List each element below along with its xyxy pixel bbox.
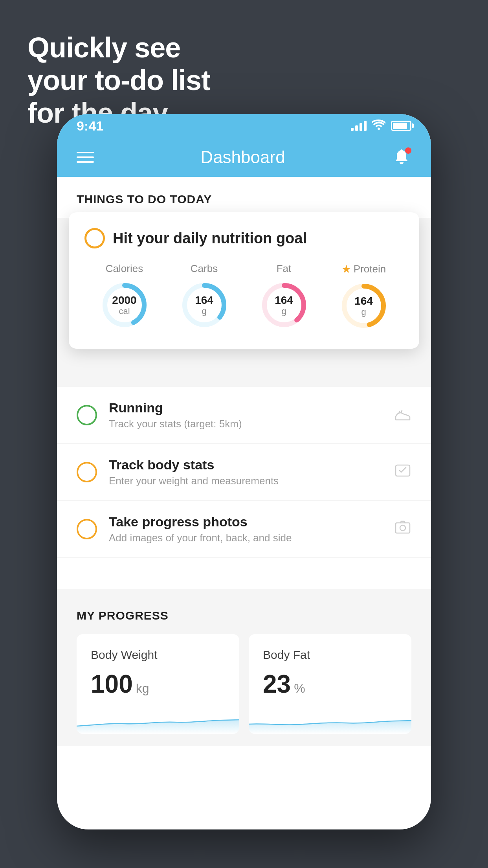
donut-center-fat: 164 g — [275, 294, 293, 316]
donut-center-carbs: 164 g — [195, 294, 213, 316]
todo-circle-running — [77, 405, 97, 425]
hamburger-line — [77, 156, 94, 158]
nutrition-item-carbs: Carbs 164 g — [179, 263, 230, 331]
section-header: THINGS TO DO TODAY — [57, 177, 431, 218]
phone-frame: 9:41 Dashboard — [57, 114, 431, 829]
nutrition-item-calories: Calories 2000 cal — [99, 263, 150, 331]
progress-value-row-weight: 100 kg — [91, 669, 225, 699]
hero-line2: your to-do list — [28, 64, 210, 97]
svg-point-10 — [400, 525, 405, 531]
progress-value-row-fat: 23 % — [263, 669, 397, 699]
svg-rect-9 — [396, 523, 410, 533]
todo-item-body-stats[interactable]: Track body stats Enter your weight and m… — [57, 444, 431, 501]
spacer — [57, 558, 431, 589]
hamburger-line — [77, 161, 94, 163]
menu-button[interactable] — [77, 152, 94, 163]
progress-section-title: MY PROGRESS — [77, 609, 411, 622]
nutrition-item-protein: ★ Protein 164 g — [338, 263, 389, 331]
main-content: THINGS TO DO TODAY Hit your daily nutrit… — [57, 177, 431, 746]
todo-text-photos: Take progress photos Add images of your … — [109, 514, 382, 544]
donut-carbs: 164 g — [179, 280, 230, 331]
progress-value-fat: 23 — [263, 669, 291, 699]
app-header: Dashboard — [57, 138, 431, 177]
todo-item-photos[interactable]: Take progress photos Add images of your … — [57, 501, 431, 558]
todo-title-running: Running — [109, 400, 382, 416]
section-title: THINGS TO DO TODAY — [77, 193, 411, 206]
hero-line1: Quickly see — [28, 31, 210, 64]
nutrition-card-header: Hit your daily nutrition goal — [84, 228, 404, 248]
progress-card-title-fat: Body Fat — [263, 648, 397, 662]
signal-icon — [351, 121, 367, 131]
todo-title-body-stats: Track body stats — [109, 457, 382, 473]
nutrition-card: Hit your daily nutrition goal Calories — [69, 212, 419, 349]
progress-value-weight: 100 — [91, 669, 133, 699]
todo-text-running: Running Track your stats (target: 5km) — [109, 400, 382, 430]
notification-dot — [405, 147, 411, 154]
todo-subtitle-body-stats: Enter your weight and measurements — [109, 475, 382, 487]
scale-icon — [394, 462, 411, 483]
progress-card-weight[interactable]: Body Weight 100 kg — [77, 634, 239, 734]
todo-circle-body-stats — [77, 462, 97, 482]
donut-calories: 2000 cal — [99, 280, 150, 331]
progress-cards: Body Weight 100 kg — [77, 634, 411, 734]
hamburger-line — [77, 152, 94, 153]
nutrition-label-fat: Fat — [277, 263, 292, 275]
todo-indicator-nutrition — [84, 228, 105, 248]
status-time: 9:41 — [77, 118, 103, 134]
fat-chart — [249, 706, 411, 734]
progress-unit-fat: % — [294, 681, 305, 696]
wifi-icon — [372, 120, 385, 132]
todo-title-photos: Take progress photos — [109, 514, 382, 530]
todo-item-running[interactable]: Running Track your stats (target: 5km) — [57, 387, 431, 444]
progress-card-fat[interactable]: Body Fat 23 % — [249, 634, 411, 734]
donut-fat: 164 g — [259, 280, 310, 331]
todo-circle-photos — [77, 519, 97, 539]
weight-chart — [77, 706, 239, 734]
donut-center-calories: 2000 cal — [112, 294, 136, 316]
todo-list: Running Track your stats (target: 5km) T… — [57, 387, 431, 558]
shoe-icon — [394, 405, 411, 426]
nutrition-label-protein: ★ Protein — [341, 263, 386, 276]
nutrition-item-fat: Fat 164 g — [259, 263, 310, 331]
status-bar: 9:41 — [57, 114, 431, 138]
page-title: Dashboard — [200, 147, 285, 167]
battery-icon — [391, 121, 411, 131]
todo-text-body-stats: Track body stats Enter your weight and m… — [109, 457, 382, 487]
star-icon: ★ — [341, 263, 351, 276]
nutrition-label-calories: Calories — [106, 263, 143, 275]
bell-button[interactable] — [392, 147, 411, 167]
donut-center-protein: 164 g — [354, 295, 373, 317]
status-icons — [351, 120, 411, 132]
donut-protein: 164 g — [338, 280, 389, 331]
nutrition-circles: Calories 2000 cal — [84, 263, 404, 331]
nutrition-card-title: Hit your daily nutrition goal — [113, 230, 307, 247]
progress-unit-weight: kg — [136, 681, 149, 696]
progress-section: MY PROGRESS Body Weight 100 kg — [57, 589, 431, 746]
nutrition-label-carbs: Carbs — [191, 263, 218, 275]
todo-subtitle-photos: Add images of your front, back, and side — [109, 532, 382, 544]
progress-card-title-weight: Body Weight — [91, 648, 225, 662]
photo-icon — [394, 519, 411, 540]
todo-subtitle-running: Track your stats (target: 5km) — [109, 418, 382, 430]
